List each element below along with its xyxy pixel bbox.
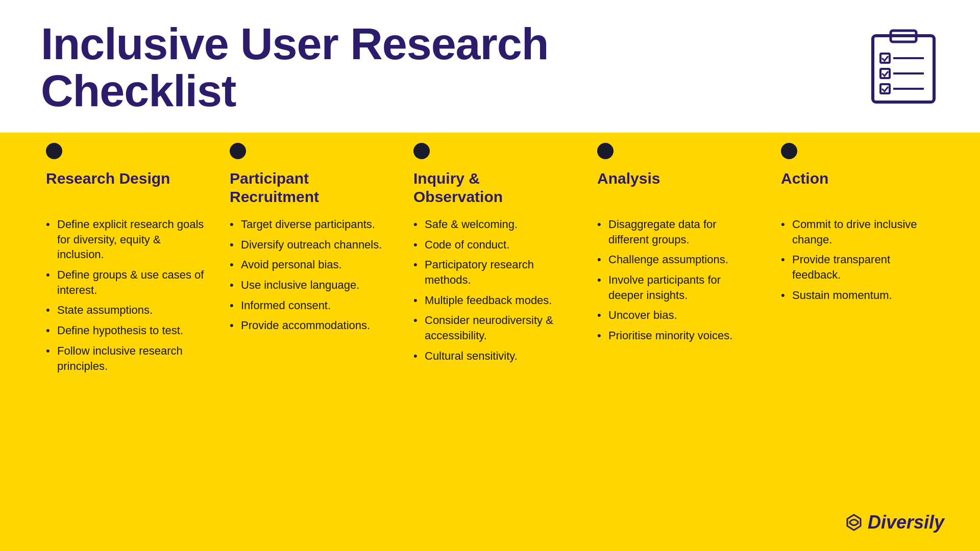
title-line1: Inclusive User Research <box>41 18 548 69</box>
dots-row <box>31 133 949 164</box>
col-list-research-design: Define explicit research goals for diver… <box>46 217 204 379</box>
yellow-section: Research DesignDefine explicit research … <box>0 133 980 551</box>
col-title-analysis: Analysis <box>597 169 755 208</box>
dot-col-5 <box>766 143 949 159</box>
col-list-inquiry-observation: Safe & welcoming.Code of conduct.Partici… <box>413 217 572 369</box>
list-item: Provide transparent feedback. <box>781 252 939 282</box>
list-item: Avoid personal bias. <box>230 257 388 272</box>
list-item: Target diverse participants. <box>230 217 388 232</box>
col-list-analysis: Disaggregate data for different groups.C… <box>597 217 755 348</box>
list-item: Define explicit research goals for diver… <box>46 217 204 262</box>
list-item: Commit to drive inclusive change. <box>781 217 939 247</box>
svg-rect-2 <box>880 54 890 63</box>
list-item: Challenge assumptions. <box>597 252 755 267</box>
list-item: Participatory research methods. <box>413 257 572 287</box>
dot-col-2 <box>214 143 398 159</box>
col-title-inquiry-observation: Inquiry & Observation <box>413 169 572 208</box>
dot-5 <box>781 143 797 159</box>
list-item: Cultural sensitivity. <box>413 348 572 364</box>
list-item: Consider neurodiversity & accessibility. <box>413 313 572 343</box>
dot-col-4 <box>582 143 766 159</box>
footer-logo: Diversily <box>31 508 949 536</box>
col-title-participant-recruitment: Participant Recruitment <box>230 169 388 208</box>
col-title-research-design: Research Design <box>46 169 204 208</box>
diversily-logo-icon <box>844 513 864 532</box>
list-item: Disaggregate data for different groups. <box>597 217 755 247</box>
dot-4 <box>597 143 614 159</box>
page-title: Inclusive User Research Checklist <box>41 20 548 115</box>
list-item: Provide accommodations. <box>230 318 388 333</box>
col-title-action: Action <box>781 169 939 208</box>
col-participant-recruitment: Participant RecruitmentTarget diverse pa… <box>214 164 398 508</box>
svg-rect-4 <box>880 69 890 78</box>
columns-container: Research DesignDefine explicit research … <box>31 164 949 508</box>
svg-rect-6 <box>880 84 890 93</box>
header: Inclusive User Research Checklist <box>0 0 980 133</box>
logo-text: Diversily <box>868 512 944 533</box>
list-item: Define hypothesis to test. <box>46 323 204 338</box>
dot-1 <box>46 143 62 159</box>
list-item: Use inclusive language. <box>230 278 388 293</box>
list-item: Define groups & use cases of interest. <box>46 267 204 297</box>
list-item: Informed consent. <box>230 298 388 313</box>
col-action: ActionCommit to drive inclusive change.P… <box>766 164 949 508</box>
list-item: Prioritise minority voices. <box>597 328 755 343</box>
col-analysis: AnalysisDisaggregate data for different … <box>582 164 766 508</box>
list-item: Multiple feedback modes. <box>413 293 572 308</box>
col-research-design: Research DesignDefine explicit research … <box>31 164 214 508</box>
col-inquiry-observation: Inquiry & ObservationSafe & welcoming.Co… <box>398 164 582 508</box>
dot-3 <box>413 143 430 159</box>
col-list-action: Commit to drive inclusive change.Provide… <box>781 217 939 308</box>
list-item: State assumptions. <box>46 303 204 318</box>
dot-col-1 <box>31 143 214 159</box>
col-list-participant-recruitment: Target diverse participants.Diversify ou… <box>230 217 388 338</box>
dot-col-3 <box>398 143 582 159</box>
title-line2: Checklist <box>41 65 236 116</box>
list-item: Follow inclusive research principles. <box>46 343 204 373</box>
list-item: Sustain momentum. <box>781 288 939 303</box>
clipboard-icon <box>868 26 939 107</box>
page: Inclusive User Research Checklist <box>0 0 980 551</box>
list-item: Diversify outreach channels. <box>230 237 388 253</box>
dot-2 <box>230 143 246 159</box>
list-item: Code of conduct. <box>413 237 572 253</box>
list-item: Involve participants for deeper insights… <box>597 272 755 303</box>
list-item: Uncover bias. <box>597 308 755 323</box>
list-item: Safe & welcoming. <box>413 217 572 232</box>
